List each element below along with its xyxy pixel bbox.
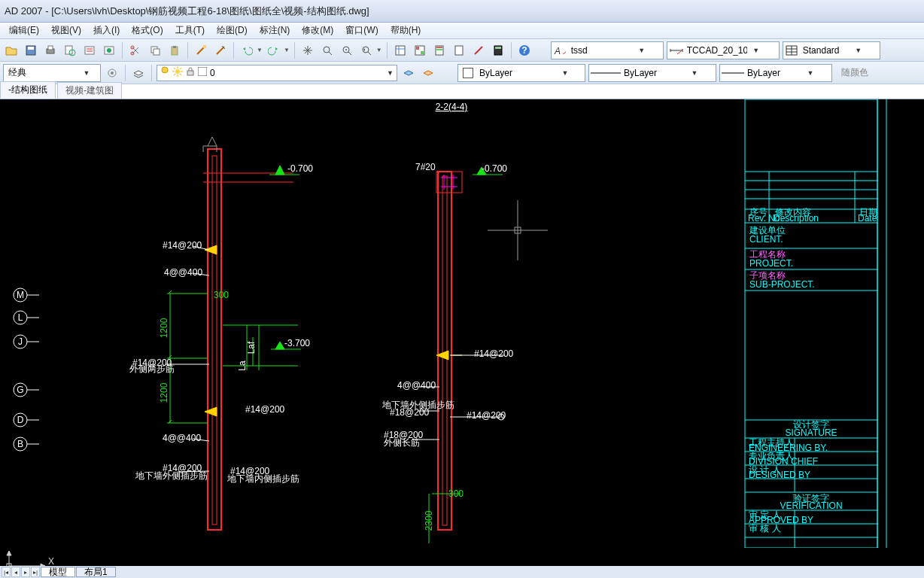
svg-point-35 <box>162 67 168 73</box>
markup-icon[interactable] <box>470 42 487 59</box>
dim-style-icon <box>669 44 684 56</box>
tool-palettes-icon[interactable] <box>431 42 448 59</box>
plot-styles-icon[interactable] <box>101 42 117 59</box>
drawing-tab-structure[interactable]: -结构图纸 <box>0 81 56 99</box>
layout-tab-layout1[interactable]: 布局1 <box>76 567 116 577</box>
svg-rect-19 <box>396 46 405 55</box>
menu-modify[interactable]: 修改(M) <box>296 24 339 37</box>
menu-edit[interactable]: 编辑(E) <box>3 24 45 37</box>
text-style-value[interactable] <box>568 43 636 58</box>
linetype-arrow[interactable]: ▼ <box>688 69 701 77</box>
svg-text:PROJECT.: PROJECT. <box>749 258 793 269</box>
svg-text:Description: Description <box>774 213 819 224</box>
copy-icon[interactable] <box>147 42 163 59</box>
svg-text:地下墙外侧插步筋: 地下墙外侧插步筋 <box>135 470 208 481</box>
sheet-set-icon[interactable] <box>451 42 467 59</box>
drawing-tab-arch[interactable]: 视频-建筑图 <box>57 82 122 99</box>
drawing-area[interactable]: 2-2(4-4) -0.700 1200 1200 300 <box>0 99 924 548</box>
lineweight-icon <box>722 68 744 78</box>
zoom-window-icon[interactable] <box>339 42 355 59</box>
lineweight-combo[interactable]: ▼ <box>719 64 832 82</box>
properties-icon[interactable] <box>392 42 409 59</box>
svg-text:4@@400: 4@@400 <box>164 267 202 278</box>
open-icon[interactable] <box>3 42 20 59</box>
zoom-previous-icon[interactable] <box>358 42 375 59</box>
color-value[interactable] <box>476 65 559 81</box>
redo-icon[interactable] <box>266 42 282 59</box>
linetype-value[interactable] <box>621 65 688 81</box>
svg-text:A: A <box>554 46 561 56</box>
design-center-icon[interactable] <box>412 42 428 59</box>
paste-icon[interactable] <box>166 42 183 59</box>
menu-draw[interactable]: 绘图(D) <box>211 24 254 37</box>
color-arrow[interactable]: ▼ <box>559 69 571 77</box>
svg-rect-42 <box>212 156 217 525</box>
layer-arrow[interactable]: ▼ <box>387 69 394 77</box>
undo-dropdown[interactable]: ▼ <box>257 47 263 53</box>
svg-text:VERIFICATION: VERIFICATION <box>780 500 842 511</box>
help-icon[interactable]: ? <box>516 42 533 59</box>
menu-dimension[interactable]: 标注(N) <box>254 24 296 37</box>
layer-color-swatch <box>198 67 207 78</box>
svg-rect-14 <box>173 46 176 48</box>
zoom-dropdown[interactable]: ▼ <box>376 47 382 53</box>
dim-style-value[interactable] <box>684 43 750 58</box>
layout-nav-next[interactable]: ▸ <box>21 567 30 577</box>
svg-text:4@@400: 4@@400 <box>163 433 201 443</box>
layout-nav-prev[interactable]: ◂ <box>11 567 20 577</box>
lineweight-arrow[interactable]: ▼ <box>804 69 816 77</box>
layer-dropdown[interactable]: 0 ▼ <box>157 65 397 81</box>
workspace-arrow[interactable]: ▼ <box>81 69 93 77</box>
layer-properties-icon[interactable] <box>130 65 147 81</box>
dim-style-combo[interactable]: ▼ <box>667 41 780 59</box>
table-style-arrow[interactable]: ▼ <box>853 47 865 54</box>
layout-tab-model[interactable]: 模型 <box>41 567 75 577</box>
svg-rect-94 <box>436 172 462 193</box>
block-editor-icon[interactable] <box>212 42 229 59</box>
menu-format[interactable]: 格式(O) <box>126 24 169 37</box>
lineweight-value[interactable] <box>744 65 804 81</box>
dim-style-arrow[interactable]: ▼ <box>750 47 762 54</box>
menu-insert[interactable]: 插入(I) <box>87 24 126 37</box>
text-style-combo[interactable]: A ▼ <box>551 41 664 59</box>
layer-previous-icon[interactable] <box>420 65 436 81</box>
print-preview-icon[interactable] <box>62 42 78 59</box>
menubar: 编辑(E) 视图(V) 插入(I) 格式(O) 工具(T) 绘图(D) 标注(N… <box>0 23 924 39</box>
cut-icon[interactable] <box>127 42 144 59</box>
layer-states-icon[interactable] <box>400 65 417 81</box>
workspace-settings-icon[interactable] <box>104 65 120 81</box>
table-style-value[interactable] <box>800 43 853 58</box>
menu-help[interactable]: 帮助(H) <box>384 24 427 37</box>
undo-icon[interactable] <box>239 42 255 59</box>
workspace-combo[interactable]: ▼ <box>3 64 101 82</box>
print-icon[interactable] <box>42 42 59 59</box>
publish-icon[interactable] <box>81 42 98 59</box>
svg-text:审 核 人: 审 核 人 <box>749 523 781 534</box>
redo-dropdown[interactable]: ▼ <box>284 47 290 53</box>
svg-text:外侧两步筋: 外侧两步筋 <box>129 364 175 374</box>
svg-text:Date: Date <box>858 213 877 224</box>
right-section: 7#20 -0.700 300 2300 #14@200 4@@400 地下墙外… <box>381 162 514 543</box>
text-style-arrow[interactable]: ▼ <box>636 47 648 54</box>
layer-sun-icon <box>172 66 183 79</box>
svg-rect-1 <box>28 47 34 50</box>
svg-text:CLIENT.: CLIENT. <box>749 234 783 245</box>
layout-nav-last[interactable]: ▸| <box>31 567 40 577</box>
color-swatch-icon <box>463 68 473 78</box>
svg-text:#14@200: #14@200 <box>163 240 202 251</box>
quickcalc-icon[interactable] <box>490 42 506 59</box>
zoom-realtime-icon[interactable] <box>319 42 336 59</box>
workspace-value[interactable] <box>5 65 81 81</box>
pan-icon[interactable] <box>299 42 316 59</box>
match-properties-icon[interactable] <box>193 42 209 59</box>
svg-text:G: G <box>17 385 23 395</box>
svg-rect-28 <box>495 47 501 49</box>
color-combo[interactable]: ▼ <box>457 64 585 82</box>
linetype-combo[interactable]: ▼ <box>588 64 716 82</box>
menu-tools[interactable]: 工具(T) <box>169 24 211 37</box>
menu-window[interactable]: 窗口(W) <box>339 24 384 37</box>
menu-view[interactable]: 视图(V) <box>45 24 87 37</box>
layout-nav-first[interactable]: |◂ <box>2 567 11 577</box>
table-style-combo[interactable]: ▼ <box>783 41 880 59</box>
save-icon[interactable] <box>23 42 39 59</box>
